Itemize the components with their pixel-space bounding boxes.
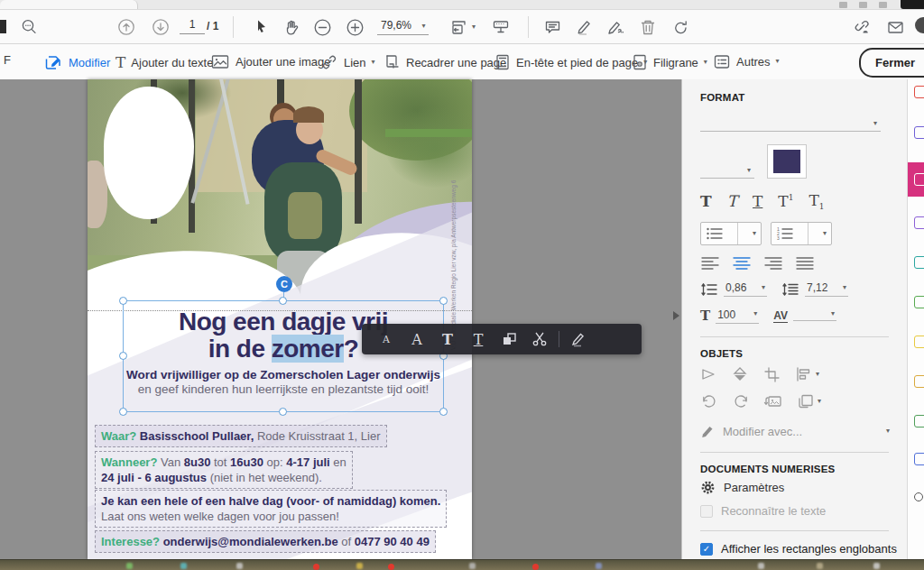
bold-button[interactable]: T <box>700 192 712 210</box>
paragraph-spacing-control[interactable]: 7,12 <box>781 281 848 297</box>
resize-handle[interactable] <box>279 408 287 416</box>
resize-handle[interactable] <box>119 408 127 416</box>
scan-settings-button[interactable]: Paramètres <box>700 480 907 495</box>
numbered-list-dropdown[interactable]: 123 <box>771 222 832 245</box>
align-justify-button[interactable] <box>795 256 815 271</box>
hand-tool-icon[interactable] <box>282 18 301 37</box>
share-link-icon[interactable] <box>852 18 872 37</box>
align-objects-dropdown[interactable] <box>795 366 819 382</box>
delete-icon[interactable] <box>639 18 657 37</box>
italic-button[interactable]: T <box>727 192 737 210</box>
zoom-level-dropdown[interactable]: 79,6% <box>377 17 429 35</box>
selected-text-block[interactable]: C Nog een dagje vrij in de zomer? Word v… <box>123 300 444 412</box>
add-text-button[interactable]: T Ajouter du texte <box>116 53 213 71</box>
add-image-button[interactable]: Ajouter une image <box>210 53 331 70</box>
horizontal-scale-control[interactable]: T 100 <box>700 308 759 324</box>
rotate-page-icon[interactable] <box>671 18 690 37</box>
tool-icon[interactable] <box>914 296 924 308</box>
highlight-icon[interactable] <box>575 18 594 37</box>
flip-horizontal-button[interactable] <box>700 366 718 382</box>
font-color-swatch[interactable] <box>767 144 807 179</box>
flyer-block-dagen[interactable]: Je kan een hele of een halve dag (voor- … <box>95 490 447 528</box>
tool-icon[interactable] <box>914 415 924 428</box>
watermark-button[interactable]: Filigrane <box>632 53 707 71</box>
tool-icon[interactable] <box>914 216 924 229</box>
modify-button[interactable]: Modifier <box>43 53 110 72</box>
arrange-dropdown[interactable] <box>797 393 821 409</box>
page-number-input[interactable] <box>180 15 205 34</box>
crop-page-button[interactable]: Recadrer une page <box>383 53 506 71</box>
zoom-out-icon[interactable] <box>313 18 332 37</box>
underline-icon[interactable]: T <box>463 331 494 348</box>
cut-icon[interactable] <box>524 331 555 347</box>
previous-page-icon[interactable] <box>117 18 135 36</box>
page-fit-dropdown[interactable] <box>449 18 476 37</box>
text-color-icon[interactable] <box>494 332 524 347</box>
others-button[interactable]: Autres <box>713 53 780 70</box>
align-right-button[interactable] <box>763 256 783 271</box>
align-left-button[interactable] <box>700 256 720 271</box>
edit-page-icon <box>43 53 63 72</box>
tool-icon[interactable] <box>914 453 924 465</box>
close-button[interactable]: Fermer <box>859 48 924 78</box>
tool-icon[interactable] <box>914 492 923 501</box>
flyer-block-wanneer[interactable]: Wanneer? Van 8u30 tot 16u30 op: 4-17 jul… <box>95 451 353 489</box>
font-family-dropdown[interactable] <box>700 108 881 132</box>
flyer-block-waar[interactable]: Waar? Basisschool Pullaer, Rode Kruisstr… <box>95 425 387 447</box>
edit-pdf-tool-icon[interactable] <box>914 173 924 186</box>
resize-handle[interactable] <box>439 408 448 416</box>
align-center-button[interactable] <box>732 256 752 271</box>
crop-object-button[interactable] <box>763 366 781 382</box>
bullet-list-dropdown[interactable] <box>700 222 762 245</box>
rotate-handle[interactable]: C <box>276 276 292 292</box>
flip-vertical-button[interactable] <box>732 366 750 382</box>
underline-button[interactable]: T <box>753 192 762 210</box>
replace-image-button[interactable] <box>763 393 783 409</box>
dropdown-caret-icon <box>421 22 425 30</box>
tool-icon[interactable] <box>914 86 924 98</box>
subscript-button[interactable]: T1 <box>808 191 824 211</box>
font-size-dropdown[interactable] <box>700 155 754 179</box>
show-bounding-checkbox[interactable]: Afficher les rectangles englobants <box>700 542 907 556</box>
pdf-page[interactable]: C Nog een dagje vrij in de zomer? Word v… <box>88 79 472 559</box>
resize-handle[interactable] <box>119 352 127 360</box>
selected-tool-highlight[interactable] <box>908 162 924 197</box>
email-icon[interactable] <box>886 18 905 37</box>
kerning-control[interactable]: AV <box>773 309 836 323</box>
profile-avatar[interactable] <box>915 17 924 33</box>
rotate-ccw-button[interactable] <box>700 393 718 409</box>
increase-font-size-icon[interactable]: A <box>402 331 432 348</box>
select-tool-icon[interactable] <box>253 18 271 36</box>
rotate-cw-button[interactable] <box>732 393 750 409</box>
panel-collapse-arrow[interactable] <box>673 311 679 320</box>
paragraph-spacing-value: 7,12 <box>807 281 827 294</box>
tool-icon[interactable] <box>914 126 924 139</box>
resize-handle[interactable] <box>279 297 287 305</box>
resize-handle[interactable] <box>439 297 448 305</box>
resize-handle[interactable] <box>119 297 127 305</box>
header-footer-button[interactable]: En-tête et pied de page <box>494 53 647 71</box>
decrease-font-size-icon[interactable]: A <box>371 334 402 345</box>
presentation-mode-icon[interactable] <box>491 18 511 37</box>
sidebar-toggle-icon[interactable] <box>0 20 6 33</box>
tool-icon[interactable] <box>914 336 924 348</box>
zoom-in-icon[interactable] <box>346 18 365 37</box>
ink-pen-icon[interactable] <box>563 331 594 347</box>
next-page-icon[interactable] <box>152 18 170 36</box>
tool-icon[interactable] <box>914 256 924 269</box>
dock-item <box>596 563 602 569</box>
document-tab[interactable] <box>0 0 138 9</box>
flyer-block-interesse[interactable]: Interesse? onderwijs@mondialewerken.be o… <box>95 530 436 553</box>
link-button[interactable]: Lien <box>320 53 375 71</box>
checkbox-checked-icon[interactable] <box>700 543 713 556</box>
dock-item <box>758 563 764 569</box>
comment-icon[interactable] <box>543 18 562 37</box>
fill-sign-icon[interactable] <box>606 18 626 37</box>
bold-icon[interactable]: T <box>432 331 463 348</box>
modify-with-dropdown[interactable]: Modifier avec... <box>700 424 890 439</box>
search-icon[interactable] <box>20 18 38 36</box>
superscript-button[interactable]: T1 <box>778 192 793 210</box>
line-spacing-control[interactable]: 0,86 <box>700 281 767 297</box>
tool-icon[interactable] <box>914 375 924 388</box>
dropdown-caret-icon <box>818 397 821 405</box>
